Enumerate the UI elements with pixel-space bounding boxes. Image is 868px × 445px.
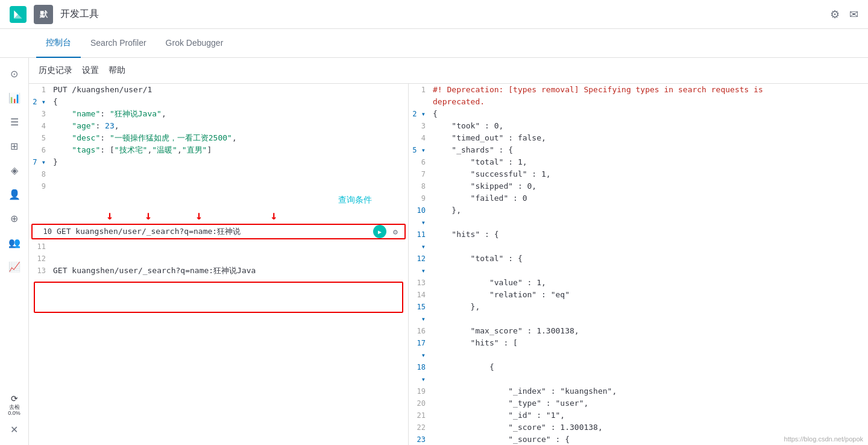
code-line-1: 1 PUT /kuangshen/user/1: [29, 84, 408, 96]
code-line-3: 3 "name": "狂神说Java",: [29, 108, 408, 120]
resp-line-content-8: "skipped" : 0,: [433, 180, 868, 192]
resp-line-content-1: #! Deprecation: [types removal] Specifyi…: [433, 84, 868, 96]
arrow-1: ↓: [106, 208, 113, 222]
arrow-4: ↓: [270, 208, 277, 222]
resp-line-num-18[interactable]: 18 ▾: [409, 361, 433, 385]
watermark-link[interactable]: https://blog.csdn.net/popok: [784, 435, 863, 443]
resp-line-num-9: 9: [409, 192, 433, 204]
code-line-9: 9: [29, 180, 408, 192]
response-line-15: 15 ▾ },: [409, 301, 868, 325]
line-num-10: 10: [33, 226, 57, 238]
line-num-13: 13: [29, 265, 53, 277]
empty-input-box[interactable]: [34, 282, 403, 313]
resp-line-content-21: "_id" : "1",: [433, 409, 868, 421]
resp-line-num-2[interactable]: 2 ▾: [409, 108, 433, 120]
help-button[interactable]: 帮助: [108, 63, 125, 78]
resp-line-num-15[interactable]: 15 ▾: [409, 301, 433, 325]
response-line-1: 1 #! Deprecation: [types removal] Specif…: [409, 84, 868, 96]
settings-icon[interactable]: ⚙: [830, 8, 840, 21]
tab-search-profiler[interactable]: Search Profiler: [81, 29, 156, 58]
copy-button[interactable]: ⚙: [389, 225, 402, 238]
resp-line-num-14: 14: [409, 289, 433, 301]
line-content-5: "desc": "一顿操作猛如虎，一看工资2500",: [53, 132, 408, 144]
resp-line-content-20: "_type" : "user",: [433, 397, 868, 409]
resp-line-content-11: "hits" : {: [433, 229, 868, 241]
resp-line-num-19: 19: [409, 385, 433, 397]
response-line-2: 2 ▾ {: [409, 108, 868, 120]
line-num-8: 8: [29, 168, 53, 180]
resp-line-content-3: "took" : 0,: [433, 120, 868, 132]
left-panel: 1 PUT /kuangshen/user/1 2 ▾ { 3 "name": …: [29, 84, 409, 445]
kibana-logo: [10, 6, 27, 23]
resp-line-num-10[interactable]: 10 ▾: [409, 204, 433, 229]
top-bar: 默 开发工具 ⚙ ✉: [0, 0, 868, 29]
resp-line-content-18: {: [433, 361, 868, 373]
sidebar-monitoring-icon[interactable]: 📈: [4, 256, 25, 277]
history-button[interactable]: 历史记录: [39, 63, 72, 78]
resp-line-content-2: {: [433, 108, 868, 120]
response-line-6: 6 "total" : 1,: [409, 156, 868, 168]
run-button[interactable]: ▶: [373, 225, 386, 238]
response-line-20: 20 "_type" : "user",: [409, 397, 868, 409]
code-editor[interactable]: 1 PUT /kuangshen/user/1 2 ▾ { 3 "name": …: [29, 84, 408, 445]
line-content-12: [53, 253, 408, 265]
sidebar-home-icon[interactable]: ⊙: [4, 63, 25, 84]
line-num-7: 7 ▾: [29, 156, 53, 168]
tab-grok-debugger[interactable]: Grok Debugger: [156, 29, 233, 58]
line-num-1: 1: [29, 84, 53, 96]
active-input-line[interactable]: 10 GET kuangshen/user/_search?q=name:狂神说…: [31, 224, 406, 239]
resp-line-num-17[interactable]: 17 ▾: [409, 337, 433, 361]
line-content-2: {: [53, 96, 408, 108]
line-content-4: "age": 23,: [53, 120, 408, 132]
progress-text: 去检 0.0%: [8, 404, 20, 417]
sidebar-canvas-icon[interactable]: ◈: [4, 159, 25, 181]
sidebar-users-icon[interactable]: 👥: [4, 232, 25, 253]
resp-line-num-5[interactable]: 5 ▾: [409, 144, 433, 156]
line-content-6: "tags": ["技术宅","温暖","直男"]: [53, 144, 408, 156]
sidebar-maps-icon[interactable]: ⊕: [4, 207, 25, 229]
response-line-8: 8 "skipped" : 0,: [409, 180, 868, 192]
code-line-7: 7 ▾ }: [29, 156, 408, 168]
main-layout: ⊙ 📊 ☰ ⊞ ◈ 👤 ⊕ 👥 📈 ⟳ 去检 0.0% ✕ 历史记录 设置 帮助: [0, 58, 868, 445]
sidebar-user-icon[interactable]: 👤: [4, 183, 25, 205]
line-content-11: [53, 241, 408, 253]
sidebar-discover-icon[interactable]: 📊: [4, 87, 25, 109]
resp-line-num-13: 13: [409, 277, 433, 289]
resp-line-num-23[interactable]: 23 ▾: [409, 434, 433, 445]
response-line-21: 21 "_id" : "1",: [409, 409, 868, 421]
resp-line-num-8: 8: [409, 180, 433, 192]
line-num-11: 11: [29, 241, 53, 253]
resp-line-num-22: 22: [409, 421, 433, 434]
response-line-1b: deprecated.: [409, 96, 868, 108]
line-num-3: 3: [29, 108, 53, 120]
sidebar-dashboard-icon[interactable]: ⊞: [4, 135, 25, 157]
resp-line-content-16: "max_score" : 1.300138,: [433, 325, 868, 337]
nav-tabs: 控制台 Search Profiler Grok Debugger: [0, 29, 868, 58]
mail-icon[interactable]: ✉: [849, 8, 858, 21]
resp-line-content-10: },: [433, 204, 868, 216]
sidebar-close-icon[interactable]: ✕: [4, 418, 25, 440]
code-line-6: 6 "tags": ["技术宅","温暖","直男"]: [29, 144, 408, 156]
response-line-11: 11 ▾ "hits" : {: [409, 229, 868, 253]
resp-line-num-6: 6: [409, 156, 433, 168]
resp-line-num-12[interactable]: 12 ▾: [409, 253, 433, 277]
line-num-4: 4: [29, 120, 53, 132]
annotation-label: 查询条件: [338, 195, 372, 206]
line-content-9: [53, 180, 408, 192]
code-line-8: 8: [29, 168, 408, 180]
sidebar-loading-icon: ⟳ 去检 0.0%: [4, 394, 25, 416]
line-num-9: 9: [29, 180, 53, 192]
resp-line-num-4: 4: [409, 132, 433, 144]
annotations: ↓ ↓ ↓ ↓ 查询条件: [29, 192, 408, 222]
app-title: 开发工具: [60, 8, 823, 21]
resp-line-content-7: "successful" : 1,: [433, 168, 868, 180]
settings-button[interactable]: 设置: [82, 63, 99, 78]
response-line-19: 19 "_index" : "kuangshen",: [409, 385, 868, 397]
resp-line-content-1b: deprecated.: [433, 96, 868, 108]
tab-console[interactable]: 控制台: [36, 29, 81, 58]
sidebar-visualize-icon[interactable]: ☰: [4, 111, 25, 133]
resp-line-num-11[interactable]: 11 ▾: [409, 229, 433, 253]
response-line-3: 3 "took" : 0,: [409, 120, 868, 132]
resp-line-content-9: "failed" : 0: [433, 192, 868, 204]
line-num-5: 5: [29, 132, 53, 144]
